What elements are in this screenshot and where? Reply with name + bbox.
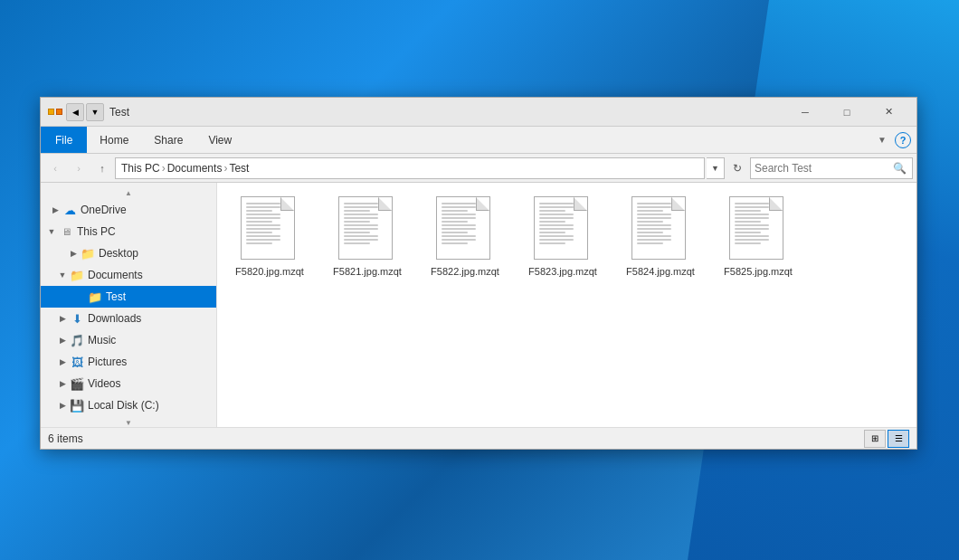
file-item[interactable]: F5823.jpg.mzqt <box>517 190 608 284</box>
desktop-icon: 📁 <box>81 246 95 261</box>
doc-line <box>735 239 769 241</box>
sidebar-scroll-up[interactable]: ▲ <box>41 186 216 199</box>
sidebar-item-videos[interactable]: ▶ 🎬 Videos <box>41 373 216 394</box>
search-box: 🔍 <box>750 157 913 179</box>
document-icon-shape <box>436 196 490 260</box>
doc-line <box>246 242 272 244</box>
sidebar-item-onedrive[interactable]: ▶ ☁ OneDrive <box>41 199 216 221</box>
sidebar-label-downloads: Downloads <box>88 312 141 325</box>
doc-line <box>539 221 565 223</box>
doc-line <box>344 224 378 226</box>
sidebar-item-music[interactable]: ▶ 🎵 Music <box>41 329 216 351</box>
address-bar: ‹ › ↑ This PC › Documents › Test ▼ ↻ 🔍 <box>41 154 916 183</box>
doc-line <box>539 235 574 237</box>
doc-line <box>344 221 370 223</box>
sidebar-item-localdisk[interactable]: ▶ 💾 Local Disk (C:) <box>41 394 216 416</box>
doc-line <box>637 206 671 208</box>
doc-line <box>246 228 280 230</box>
file-item[interactable]: F5825.jpg.mzqt <box>713 190 803 284</box>
doc-line <box>735 206 769 208</box>
doc-line <box>442 210 468 212</box>
sidebar-label-desktop: Desktop <box>99 247 138 260</box>
doc-line <box>344 206 378 208</box>
minimize-button[interactable]: ─ <box>784 98 826 127</box>
file-name: F5820.jpg.mzqt <box>235 265 304 278</box>
doc-line <box>344 232 370 233</box>
doc-line <box>539 210 565 212</box>
file-icon <box>241 196 299 261</box>
sidebar-label-videos: Videos <box>88 377 120 390</box>
address-path[interactable]: This PC › Documents › Test <box>115 157 705 179</box>
sidebar-item-downloads[interactable]: ▶ ⬇ Downloads <box>41 308 216 329</box>
doc-line <box>735 224 769 226</box>
refresh-button[interactable]: ↻ <box>726 157 748 179</box>
doc-line <box>637 239 671 241</box>
doc-line <box>442 232 468 233</box>
doc-line <box>637 217 671 219</box>
file-item[interactable]: F5822.jpg.mzqt <box>420 190 510 284</box>
file-icon <box>534 196 592 261</box>
menu-expand-icon[interactable]: ▼ <box>869 127 895 153</box>
doc-line <box>637 235 671 237</box>
close-button[interactable]: ✕ <box>868 98 909 127</box>
menu-view[interactable]: View <box>195 127 244 153</box>
doc-line <box>735 203 769 204</box>
file-icon <box>436 196 494 261</box>
doc-line <box>442 217 476 219</box>
sidebar-label-test: Test <box>106 290 126 303</box>
doc-line <box>344 203 378 204</box>
grid-view-button[interactable]: ⊞ <box>864 430 886 448</box>
doc-line <box>735 221 761 223</box>
menu-share[interactable]: Share <box>141 127 195 153</box>
help-button[interactable]: ? <box>895 132 911 148</box>
doc-line <box>344 210 370 212</box>
menu-file[interactable]: File <box>41 127 87 153</box>
sidebar-item-desktop[interactable]: ▶ 📁 Desktop <box>41 242 216 264</box>
forward-button[interactable]: › <box>68 157 90 179</box>
file-item[interactable]: F5821.jpg.mzqt <box>322 190 413 284</box>
title-icon-1 <box>48 109 54 115</box>
title-nav-back[interactable]: ◀ <box>66 103 84 121</box>
expand-icon-music: ▶ <box>55 333 70 347</box>
sidebar-item-documents[interactable]: ▼ 📁 Documents <box>41 264 216 286</box>
doc-line <box>539 224 574 226</box>
sidebar-scroll-down[interactable]: ▼ <box>41 416 216 427</box>
search-icon[interactable]: 🔍 <box>890 159 908 177</box>
search-input[interactable] <box>755 162 890 175</box>
view-controls: ⊞ ☰ <box>864 430 909 448</box>
pc-icon: 🖥 <box>59 224 73 239</box>
title-bar: ◀ ▼ Test ─ □ ✕ <box>41 98 916 127</box>
expand-icon-thispc: ▼ <box>44 224 59 239</box>
back-button[interactable]: ‹ <box>44 157 66 179</box>
path-dropdown[interactable]: ▼ <box>707 157 725 179</box>
sidebar-item-test[interactable]: 📁 Test <box>41 286 216 308</box>
file-item[interactable]: F5820.jpg.mzqt <box>224 190 315 284</box>
sidebar-item-thispc[interactable]: ▼ 🖥 This PC <box>41 221 216 242</box>
doc-line <box>539 242 565 244</box>
sidebar-item-pictures[interactable]: ▶ 🖼 Pictures <box>41 351 216 373</box>
doc-line <box>637 214 671 215</box>
up-button[interactable]: ↑ <box>91 157 113 179</box>
list-view-button[interactable]: ☰ <box>888 430 909 448</box>
doc-line <box>539 239 574 241</box>
doc-line <box>442 206 476 208</box>
title-nav-dropdown[interactable]: ▼ <box>86 103 104 121</box>
maximize-button[interactable]: □ <box>826 98 868 127</box>
doc-line <box>442 235 476 237</box>
sidebar-label-pictures: Pictures <box>88 356 127 368</box>
file-item[interactable]: F5824.jpg.mzqt <box>615 190 706 284</box>
menu-home[interactable]: Home <box>87 127 141 153</box>
doc-line <box>637 224 671 226</box>
sidebar-label-documents: Documents <box>88 269 143 281</box>
doc-line <box>246 235 280 237</box>
doc-line <box>539 203 574 204</box>
doc-line <box>344 235 378 237</box>
doc-line <box>246 232 272 233</box>
sidebar: ▲ ▶ ☁ OneDrive ▼ 🖥 This PC ▶ 📁 Desktop <box>41 183 217 427</box>
file-name: F5823.jpg.mzqt <box>528 265 597 278</box>
document-icon-shape <box>631 196 686 260</box>
expand-icon-documents: ▼ <box>55 268 70 282</box>
title-icon-2 <box>56 109 62 115</box>
item-count: 6 items <box>48 432 83 445</box>
doc-line <box>539 232 565 233</box>
